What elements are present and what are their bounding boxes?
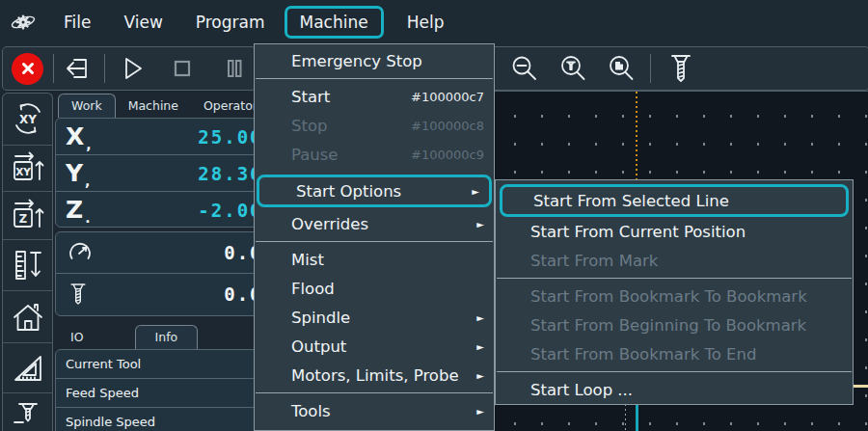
menu-shortcut: #100000c8 bbox=[411, 119, 484, 133]
sidebar-move-z-up[interactable]: Z bbox=[3, 192, 52, 240]
goto-xy-zero-icon: XY bbox=[10, 100, 46, 137]
menu-shortcut: #100000c7 bbox=[411, 90, 484, 104]
home-icon bbox=[10, 299, 46, 336]
stop-icon[interactable] bbox=[168, 54, 197, 83]
menu-view[interactable]: View bbox=[110, 8, 176, 37]
menu-item-label: Start From Bookmark To End bbox=[530, 345, 756, 364]
sidebar-home[interactable] bbox=[3, 291, 52, 343]
menu-item-start-options[interactable]: Start Options ► bbox=[257, 175, 492, 207]
zoom-tool-icon[interactable] bbox=[557, 53, 588, 84]
zoom-out-icon[interactable] bbox=[509, 53, 540, 84]
menu-item-start-from-selected-line[interactable]: Start From Selected Line bbox=[500, 184, 849, 217]
menu-separator bbox=[256, 392, 493, 393]
machine-position-marker bbox=[636, 404, 638, 431]
axis-mark: , bbox=[86, 137, 91, 152]
planet-gear-icon bbox=[10, 11, 37, 34]
menu-separator bbox=[256, 78, 493, 79]
current-tool-label: Current Tool bbox=[66, 357, 141, 371]
menu-item-motors-limits-probe[interactable]: Motors, Limits, Probe ► bbox=[255, 361, 494, 390]
tab-io[interactable]: IO bbox=[58, 326, 96, 349]
menu-item-start-from-current-position[interactable]: Start From Current Position bbox=[496, 217, 853, 246]
sidebar-setsquare[interactable] bbox=[3, 343, 52, 393]
menu-item-start-from-mark: Start From Mark bbox=[496, 246, 853, 275]
screw-icon bbox=[66, 279, 91, 310]
menu-file[interactable]: File bbox=[50, 8, 104, 37]
program-toolbar bbox=[2, 46, 257, 91]
menu-item-start-loop[interactable]: Start Loop ... bbox=[496, 375, 853, 404]
measure-z-icon bbox=[10, 247, 46, 283]
screw-icon[interactable] bbox=[665, 51, 697, 86]
submenu-arrow-icon: ► bbox=[476, 341, 484, 352]
menu-separator bbox=[256, 241, 493, 242]
menu-help[interactable]: Help bbox=[393, 8, 458, 37]
pause-icon[interactable] bbox=[220, 54, 249, 83]
menu-item-label: Start From Current Position bbox=[530, 223, 746, 241]
menu-item-tools[interactable]: Tools ► bbox=[255, 396, 494, 425]
app-window: File View Program Machine Help bbox=[0, 0, 868, 431]
menu-program[interactable]: Program bbox=[182, 8, 279, 37]
menu-item-label: Start Loop ... bbox=[530, 381, 633, 399]
sidebar-goto-xy-zero[interactable]: XY bbox=[3, 94, 52, 146]
move-z-up-icon: Z bbox=[10, 198, 46, 232]
toolpath-line bbox=[853, 385, 868, 388]
machine-sidebar: XY XY Z bbox=[2, 93, 53, 431]
grid-guide-line bbox=[625, 404, 626, 431]
emergency-stop-button[interactable] bbox=[12, 53, 43, 85]
load-program-icon[interactable] bbox=[62, 53, 93, 84]
sidebar-tool-offset[interactable] bbox=[3, 393, 52, 431]
tool-offset-icon bbox=[10, 393, 46, 431]
toolbar-separator bbox=[650, 54, 651, 83]
setsquare-icon bbox=[10, 350, 46, 387]
menu-item-label: Start From Beginning To Bookmark bbox=[530, 316, 806, 335]
menu-item-label: Start From Mark bbox=[530, 252, 658, 270]
menu-item-start-from-bookmark-to-bookmark: Start From Bookmark To Bookmark bbox=[496, 282, 853, 310]
axis-label: Y bbox=[66, 159, 84, 187]
menu-item-label: Motors, Limits, Probe bbox=[291, 366, 459, 385]
menu-machine[interactable]: Machine bbox=[285, 6, 384, 39]
menu-item-start-from-beginning-to-bookmark: Start From Beginning To Bookmark bbox=[496, 310, 853, 339]
menu-separator bbox=[497, 278, 852, 279]
tab-info[interactable]: Info bbox=[135, 325, 199, 349]
menu-item-label: Stop bbox=[291, 117, 328, 135]
toolbar-separator bbox=[104, 54, 105, 83]
menu-item-label: Spindle bbox=[291, 309, 350, 327]
info-tab-bar: IO Info bbox=[58, 324, 198, 349]
svg-text:Z: Z bbox=[18, 212, 26, 226]
sidebar-measure[interactable] bbox=[3, 240, 52, 292]
menu-item-emergency-stop[interactable]: Emergency Stop bbox=[255, 46, 494, 75]
submenu-arrow-icon: ► bbox=[476, 219, 484, 229]
toolbar-separator bbox=[53, 54, 54, 83]
menu-shortcut: #100000c9 bbox=[411, 148, 484, 162]
move-xy-up-icon: XY bbox=[10, 150, 46, 185]
menu-item-stop: Stop #100000c8 bbox=[255, 111, 494, 140]
machine-menu: Emergency Stop Start #100000c7 Stop #100… bbox=[254, 43, 495, 431]
tab-work[interactable]: Work bbox=[58, 94, 116, 118]
spindle-speed-label: Spindle Speed bbox=[66, 415, 155, 429]
gauge-icon bbox=[66, 238, 95, 267]
menu-item-label: Flood bbox=[291, 280, 335, 298]
menu-item-output[interactable]: Output ► bbox=[255, 332, 494, 361]
submenu-arrow-icon: ► bbox=[472, 186, 479, 197]
play-icon[interactable] bbox=[118, 54, 147, 83]
axis-mark: , bbox=[85, 174, 90, 189]
menu-item-label: Tools bbox=[291, 402, 331, 420]
menu-item-flood[interactable]: Flood bbox=[255, 274, 494, 303]
zoom-fit-icon[interactable] bbox=[606, 53, 637, 84]
menu-item-label: Start bbox=[291, 88, 330, 106]
grid-axis-line-orange bbox=[636, 92, 637, 180]
emergency-stop-icon bbox=[20, 61, 36, 76]
menu-item-spindle[interactable]: Spindle ► bbox=[255, 303, 494, 332]
menu-item-label: Start From Selected Line bbox=[533, 192, 729, 210]
menu-item-label: Overrides bbox=[291, 215, 368, 233]
menu-item-label: Pause bbox=[291, 146, 339, 164]
tab-machine[interactable]: Machine bbox=[116, 94, 191, 118]
menu-item-start[interactable]: Start #100000c7 bbox=[255, 82, 494, 111]
svg-text:XY: XY bbox=[15, 166, 31, 177]
menu-item-overrides[interactable]: Overrides ► bbox=[255, 209, 494, 238]
menu-separator bbox=[497, 371, 852, 372]
menu-item-mist[interactable]: Mist bbox=[255, 245, 494, 274]
axis-label: X bbox=[66, 122, 85, 150]
menu-item-start-from-bookmark-to-end: Start From Bookmark To End bbox=[496, 339, 853, 368]
menu-item-label: Mist bbox=[291, 251, 324, 269]
sidebar-move-xy-up[interactable]: XY bbox=[3, 146, 52, 192]
